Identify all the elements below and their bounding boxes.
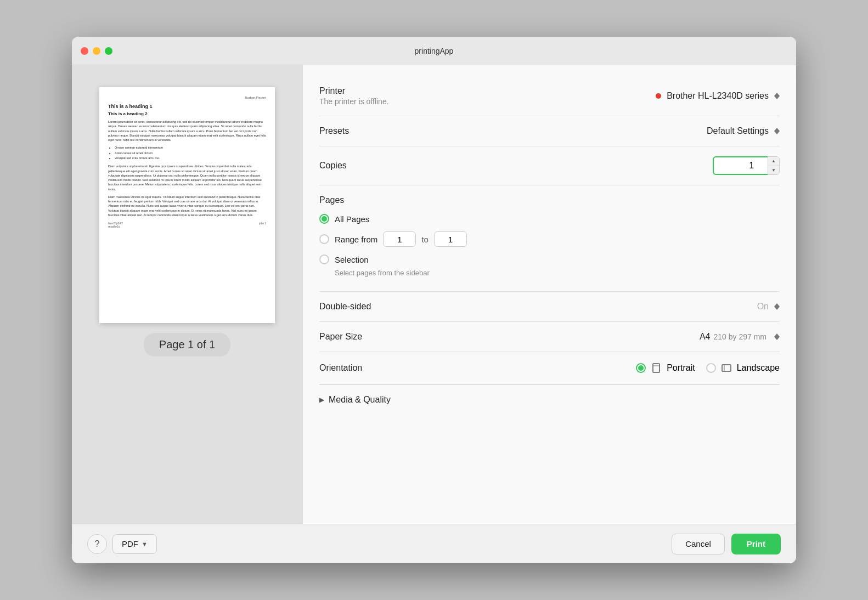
media-quality-chevron-icon: ▶: [319, 396, 324, 404]
printer-status-dot: [656, 93, 661, 99]
printer-value: Brother HL-L2340D series: [656, 91, 780, 101]
all-pages-row: All Pages: [319, 214, 780, 224]
preview-para3: Diam maecenas ultrices mi eget mauris. T…: [108, 195, 266, 217]
list-item: Ornare aenean euismod elementum: [115, 145, 266, 150]
bottom-right: Cancel Print: [672, 534, 781, 554]
paper-size-label: Paper Size: [319, 332, 362, 342]
preview-para1: Lorem ipsum dolor sit amet, consectetur …: [108, 120, 266, 142]
orientation-label: Orientation: [319, 363, 362, 373]
printer-label: Printer: [319, 86, 389, 96]
pdf-chevron-icon: ▼: [142, 541, 148, 547]
media-quality-section: ▶ Media & Quality: [319, 384, 780, 415]
copies-decrement-button[interactable]: ▼: [768, 166, 779, 175]
landscape-icon: [720, 362, 732, 374]
preview-footer: faux23y8di2resaflw2u pdw 1: [108, 222, 266, 228]
preview-header: Budget Report: [108, 96, 266, 99]
double-sided-value: On: [757, 302, 780, 312]
preview-panel: Budget Report This is a heading 1 This i…: [72, 65, 302, 524]
copies-stepper: 1 ▲ ▼: [713, 156, 780, 175]
printer-stepper[interactable]: [774, 93, 780, 99]
presets-row: Presets Default Settings: [319, 116, 780, 146]
svg-rect-0: [653, 364, 660, 372]
close-button[interactable]: [81, 47, 88, 55]
cancel-button[interactable]: Cancel: [672, 534, 725, 554]
paper-size-arrow-down-icon: [774, 337, 780, 340]
range-label[interactable]: Range from: [335, 235, 377, 244]
footer-right: pdw 1: [259, 222, 266, 228]
orientation-row: Orientation Portrait: [319, 352, 780, 384]
svg-rect-2: [722, 365, 731, 371]
bottom-left: ? PDF ▼: [87, 534, 157, 554]
footer-left: faux23y8di2resaflw2u: [108, 222, 123, 228]
portrait-icon: [650, 362, 662, 374]
landscape-radio[interactable]: [706, 363, 716, 373]
paper-size-sub: 210 by 297 mm: [714, 332, 767, 341]
range-radio[interactable]: [319, 234, 329, 244]
all-pages-label[interactable]: All Pages: [335, 214, 369, 224]
window-controls: [81, 47, 112, 55]
maximize-button[interactable]: [105, 47, 112, 55]
printer-name: Brother HL-L2340D series: [667, 91, 769, 101]
paper-size-stepper[interactable]: [774, 333, 780, 340]
window-title: printingApp: [415, 47, 454, 55]
portrait-label[interactable]: Portrait: [667, 363, 695, 373]
range-row: Range from 1 to 1: [319, 231, 780, 247]
copies-label: Copies: [319, 161, 347, 171]
landscape-option: Landscape: [706, 362, 780, 374]
help-button[interactable]: ?: [87, 534, 107, 554]
paper-size-value: A4 210 by 297 mm: [700, 332, 780, 342]
media-quality-label: Media & Quality: [329, 395, 391, 405]
preview-h1: This is a heading 1: [108, 104, 266, 109]
printer-label-col: Printer The printer is offline.: [319, 86, 389, 106]
portrait-radio[interactable]: [636, 363, 646, 373]
printer-arrow-down-icon: [774, 96, 780, 99]
selection-hint: Select pages from the sidebar: [335, 269, 780, 277]
presets-label: Presets: [319, 126, 349, 136]
range-to-text: to: [421, 235, 429, 244]
print-button[interactable]: Print: [731, 534, 781, 554]
list-item: Amet cursus sit amet dictum: [115, 151, 266, 156]
double-sided-arrow-down-icon: [774, 307, 780, 310]
portrait-option: Portrait: [636, 362, 695, 374]
range-to-input[interactable]: 1: [434, 231, 467, 247]
paper-size-row: Paper Size A4 210 by 297 mm: [319, 322, 780, 352]
main-content: Budget Report This is a heading 1 This i…: [72, 65, 796, 524]
double-sided-stepper[interactable]: [774, 303, 780, 310]
copies-arrows: ▲ ▼: [768, 156, 780, 175]
list-item: Volutpat sed cras ornare arcu dui.: [115, 156, 266, 161]
presets-arrow-down-icon: [774, 131, 780, 134]
print-dialog-window: printingApp Budget Report This is a head…: [72, 37, 796, 563]
copies-row: Copies 1 ▲ ▼: [319, 146, 780, 185]
presets-text: Default Settings: [707, 126, 769, 136]
orientation-options: Portrait Landscape: [636, 362, 780, 374]
selection-radio[interactable]: [319, 254, 329, 264]
pdf-label: PDF: [122, 539, 138, 548]
double-sided-label: Double-sided: [319, 302, 371, 312]
preview-list: Ornare aenean euismod elementum Amet cur…: [115, 145, 266, 161]
page-preview: Budget Report This is a heading 1 This i…: [99, 87, 275, 323]
preview-para2: Diam vulputate ut pharetra sit. Egestas …: [108, 164, 266, 191]
double-sided-text: On: [757, 302, 769, 312]
printer-row: Printer The printer is offline. Brother …: [319, 76, 780, 116]
selection-label[interactable]: Selection: [335, 255, 369, 264]
all-pages-radio[interactable]: [319, 214, 329, 224]
copies-input[interactable]: 1: [713, 156, 768, 175]
pages-section: Pages All Pages Range from 1 to 1: [319, 185, 780, 292]
media-quality-header[interactable]: ▶ Media & Quality: [319, 395, 780, 405]
titlebar: printingApp: [72, 37, 796, 65]
bottom-bar: ? PDF ▼ Cancel Print: [72, 524, 796, 563]
minimize-button[interactable]: [93, 47, 100, 55]
range-from-input[interactable]: 1: [383, 231, 416, 247]
presets-value: Default Settings: [707, 126, 780, 136]
double-sided-row: Double-sided On: [319, 292, 780, 322]
landscape-label[interactable]: Landscape: [737, 363, 780, 373]
page-indicator: Page 1 of 1: [144, 333, 230, 356]
settings-panel: Printer The printer is offline. Brother …: [302, 65, 796, 524]
copies-increment-button[interactable]: ▲: [768, 157, 779, 166]
paper-size-text: A4: [700, 332, 711, 342]
preview-h2: This is a heading 2: [108, 111, 266, 116]
settings-inner: Printer The printer is offline. Brother …: [303, 65, 796, 426]
pages-label: Pages: [319, 195, 780, 205]
pdf-button[interactable]: PDF ▼: [112, 534, 157, 554]
presets-stepper[interactable]: [774, 128, 780, 134]
